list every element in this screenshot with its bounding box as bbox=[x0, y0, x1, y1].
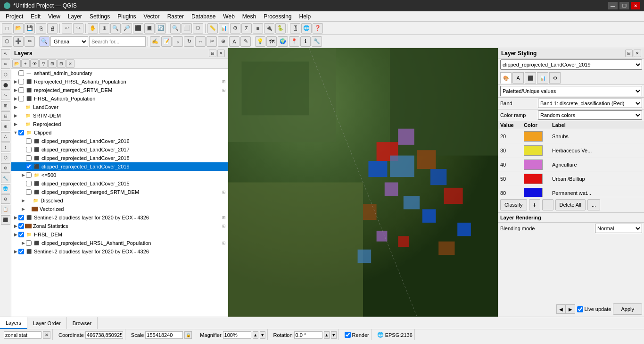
tool-17[interactable]: ⬛ bbox=[1, 215, 10, 225]
menu-mesh[interactable]: Mesh bbox=[239, 12, 260, 21]
layer-item[interactable]: ▶ 📁 Reprojected bbox=[11, 120, 228, 128]
redo-button[interactable]: ↪ bbox=[73, 23, 83, 34]
measure-button[interactable]: 📏 bbox=[207, 23, 218, 34]
layer-item[interactable]: ▶ ⬛ reprojected_merged_SRTM_DEM ⊞ bbox=[11, 86, 228, 94]
remove-class-button[interactable]: − bbox=[542, 199, 553, 210]
menu-settings[interactable]: Settings bbox=[86, 12, 114, 21]
layer-item[interactable]: ▶ ⬛ HRSL_Ashanti_Population bbox=[11, 94, 228, 103]
pan-button[interactable]: ✋ bbox=[88, 23, 98, 34]
status-search-clear[interactable]: ✕ bbox=[43, 331, 50, 339]
layer-checkbox[interactable] bbox=[18, 249, 24, 254]
layer-item[interactable]: ⬛ clipped_reprojected_LandCover_2016 bbox=[11, 137, 228, 145]
menu-plugins[interactable]: Plugins bbox=[114, 12, 140, 21]
plugins-button[interactable]: 🔌 bbox=[264, 23, 274, 34]
open-layer-button[interactable]: 📂 bbox=[12, 59, 21, 68]
tab-layers[interactable]: Layers bbox=[0, 317, 27, 329]
menu-layer[interactable]: Layer bbox=[64, 12, 86, 21]
save-as-button[interactable]: ⎘ bbox=[36, 23, 46, 34]
tool-9[interactable]: A bbox=[1, 132, 10, 142]
python-button[interactable]: 🐍 bbox=[275, 23, 286, 34]
layer-checkbox[interactable] bbox=[26, 240, 32, 246]
color-row[interactable]: 50 Urban /Builtup bbox=[498, 172, 644, 186]
vertex-button[interactable]: ⬦ bbox=[173, 36, 183, 47]
refresh-button[interactable]: 🔄 bbox=[156, 23, 166, 34]
layer-item[interactable]: ▶ 📁 HRSL_DEM bbox=[11, 230, 228, 239]
info-button[interactable]: ℹ bbox=[300, 36, 311, 47]
collapse-all-button[interactable]: ⊟ bbox=[57, 59, 66, 68]
layer-checkbox[interactable] bbox=[18, 232, 24, 237]
layer-item[interactable]: ▶ Vectorized bbox=[11, 205, 228, 213]
tool-8[interactable]: ⊕ bbox=[1, 122, 10, 131]
styling-close-button[interactable]: ✕ bbox=[634, 50, 641, 57]
edit-attr-button[interactable]: 📝 bbox=[161, 36, 172, 47]
deselect-button[interactable]: ⬡ bbox=[193, 23, 203, 34]
remove-layer-button[interactable]: ✕ bbox=[66, 59, 74, 68]
digitize-button[interactable]: ✏ bbox=[25, 36, 35, 47]
openstreet-button[interactable]: 🗺 bbox=[266, 36, 277, 47]
layer-checkbox[interactable] bbox=[18, 223, 24, 229]
layer-checkbox[interactable] bbox=[18, 70, 24, 76]
color-row[interactable]: 20 Shrubs bbox=[498, 129, 644, 143]
layer-checkbox[interactable] bbox=[18, 87, 24, 93]
minimize-button[interactable]: — bbox=[608, 2, 618, 9]
magnifier-input[interactable] bbox=[223, 331, 251, 339]
magnifier-down[interactable]: ▼ bbox=[260, 331, 265, 339]
move-button[interactable]: ↔ bbox=[195, 36, 206, 47]
zoom-full-button[interactable]: ⬛ bbox=[133, 23, 143, 34]
bing-button[interactable]: 📍 bbox=[289, 36, 299, 47]
print-button[interactable]: 🖨 bbox=[47, 23, 58, 34]
menu-help[interactable]: Help bbox=[296, 12, 315, 21]
tool-2[interactable]: ✏ bbox=[1, 59, 10, 69]
layer-item-selected[interactable]: ⬛ clipped_reprojected_LandCover_2019 bbox=[11, 162, 228, 171]
identify-button[interactable]: 🔍 bbox=[170, 23, 181, 34]
restore-button[interactable]: ❐ bbox=[619, 2, 629, 9]
layer-checkbox[interactable] bbox=[26, 181, 32, 186]
menu-database[interactable]: Database bbox=[188, 12, 219, 21]
render-checkbox[interactable] bbox=[345, 332, 351, 338]
layer-item[interactable]: ▶ ⬛ Sentinel-2 cloudless layer for 2020 … bbox=[11, 247, 228, 256]
zoom-selected-button[interactable]: 🔳 bbox=[144, 23, 155, 34]
3d-icon-button[interactable]: ⬛ bbox=[525, 72, 536, 84]
layer-item[interactable]: ▶ Zonal Statistics ⊞ bbox=[11, 222, 228, 230]
tool-11[interactable]: ⬡ bbox=[1, 153, 10, 162]
layer-checkbox[interactable] bbox=[26, 189, 32, 195]
live-update-input[interactable] bbox=[577, 306, 583, 312]
select-button[interactable]: ⬜ bbox=[182, 23, 192, 34]
styling-float-button[interactable]: ⊟ bbox=[625, 50, 633, 57]
wms-button[interactable]: 🌐 bbox=[301, 23, 312, 34]
color-row[interactable]: 30 Herbaceous Ve... bbox=[498, 143, 644, 158]
color-row[interactable]: 40 Agriculture bbox=[498, 158, 644, 172]
layer-item[interactable]: ▶ 📁 SRTM-DEM bbox=[11, 111, 228, 120]
more-button[interactable]: ... bbox=[587, 199, 600, 210]
tab-layer-order[interactable]: Layer Order bbox=[27, 317, 67, 329]
tool-16[interactable]: 📋 bbox=[1, 205, 10, 214]
map-tips-button[interactable]: 💡 bbox=[255, 36, 265, 47]
location-combo[interactable]: Ghana bbox=[50, 36, 88, 47]
layer-item[interactable]: ▶ ⬛ clipped_reprojected_HRSL_Ashanti_Pop… bbox=[11, 239, 228, 247]
settings-button[interactable]: ⚙ bbox=[230, 23, 240, 34]
locate-button[interactable]: 🔍 bbox=[39, 36, 50, 47]
tool-14[interactable]: 🌐 bbox=[1, 184, 10, 193]
tool-12[interactable]: ⊜ bbox=[1, 163, 10, 173]
tool-3[interactable]: ⬡ bbox=[1, 70, 10, 79]
apply-button[interactable]: Apply bbox=[613, 303, 642, 315]
color-swatch[interactable] bbox=[524, 174, 543, 184]
layer-item[interactable]: ▶ 📁 LandCover bbox=[11, 103, 228, 111]
add-class-button[interactable]: + bbox=[529, 199, 540, 210]
tool-10[interactable]: ↕ bbox=[1, 143, 10, 152]
new-file-button[interactable]: □ bbox=[2, 23, 12, 34]
blending-dropdown[interactable]: Normal bbox=[595, 224, 642, 233]
status-search-input[interactable] bbox=[4, 331, 41, 339]
rotate-button[interactable]: ↻ bbox=[184, 36, 194, 47]
scale-lock-icon[interactable]: 🔒 bbox=[184, 331, 192, 339]
menu-edit[interactable]: Edit bbox=[27, 12, 44, 21]
tool-1[interactable]: ↖ bbox=[1, 49, 10, 59]
menu-vector[interactable]: Vector bbox=[140, 12, 164, 21]
tool-15[interactable]: ⚙ bbox=[1, 194, 10, 204]
menu-web[interactable]: Web bbox=[219, 12, 238, 21]
zoom-out-button[interactable]: 🔎 bbox=[122, 23, 132, 34]
sigma-button[interactable]: Σ bbox=[241, 23, 252, 34]
magnifier-up[interactable]: ▲ bbox=[253, 331, 258, 339]
map-canvas[interactable] bbox=[228, 48, 498, 317]
tool-4[interactable]: ⬤ bbox=[1, 80, 10, 90]
